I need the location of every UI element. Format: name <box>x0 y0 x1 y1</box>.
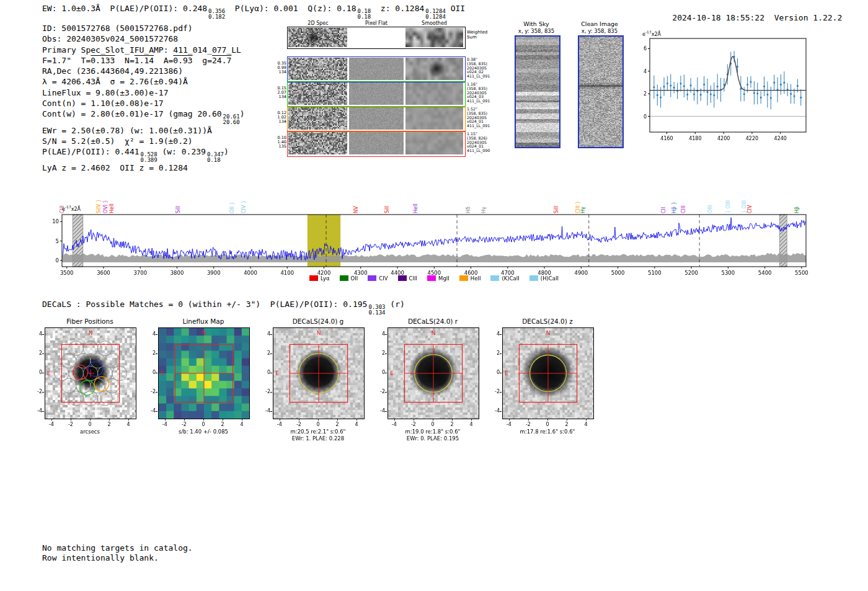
legend-swatch <box>340 275 348 281</box>
segment-text: Obs: 20240305v024_5001572768 <box>42 34 178 43</box>
segment-text: z: 0.1284 <box>371 4 424 13</box>
row-annotation: 1.16"(358, 835)20240305v024_03411_LL_091 <box>467 82 490 104</box>
summary-header-line: EW: 1.0±0.3Å P(LAE)/P(OII): 0.2480.3560.… <box>42 4 465 19</box>
weighted-sum-label: Weighted Sum <box>467 30 487 40</box>
fraction-sub: 20.60 <box>223 120 240 125</box>
stacked-fraction: 0.180.18 <box>358 9 371 19</box>
clean-image-title: Clean Image <box>572 20 627 27</box>
y-tick-mark <box>385 392 387 393</box>
y-tick-label: 4 <box>371 331 385 337</box>
segment-text: OII <box>446 4 465 13</box>
fraction-sub: 0.18 <box>358 14 371 20</box>
x-tick-label: -2 <box>64 422 77 427</box>
y-tick-label: 0 <box>486 370 500 375</box>
ylabel-exp: -17 <box>645 30 652 34</box>
fiber-pixelflat-cutout <box>349 82 404 105</box>
segment-text: S/N = 5.2(±0.5) χ² = 1.9(±0.2) <box>42 136 193 146</box>
panel-caption: arcsecs <box>32 429 148 435</box>
segment-text: ID: 5001572768 (5001572768.pdf) <box>42 24 193 33</box>
y-tick-mark <box>42 353 44 354</box>
fraction-sub: 0.182 <box>208 14 225 20</box>
col-title-2dspec: 2D Spec <box>290 20 346 26</box>
x-tick-mark <box>242 419 242 420</box>
y-tick-label: 4 <box>257 331 270 337</box>
x-tick-label: 4 <box>465 422 477 427</box>
legend-label: CIII <box>409 275 417 282</box>
row-annotation-line: 411_LL_091 <box>467 99 490 104</box>
row-scale-labels: 0.121.02134 <box>273 111 286 125</box>
x-tick-mark <box>356 419 357 420</box>
weighted-smoothed-cutout <box>405 28 463 47</box>
with-sky-coords: x, y: 358, 835 <box>508 28 564 34</box>
y-tick-mark <box>385 334 387 335</box>
full-spectrum-chart <box>37 207 831 277</box>
stacked-fraction: 0.12840.1284 <box>425 9 446 19</box>
footer-line-1: No matching targets in catalog. <box>42 543 193 553</box>
legend-label: MgII <box>438 275 450 282</box>
y-tick-label: -2 <box>371 389 385 394</box>
weighted-sum-line1: Weighted <box>467 30 487 35</box>
row-scale-value: 134 <box>273 120 286 124</box>
stacked-fraction: 0.3030.134 <box>368 304 385 315</box>
y-tick-mark <box>385 353 387 354</box>
legend-swatch <box>368 275 376 281</box>
row-scale-labels: 0.350.99134 <box>273 61 286 75</box>
y-tick-mark <box>42 373 44 373</box>
x-tick-mark <box>165 419 166 420</box>
panel-canvas-decals_r <box>388 327 479 419</box>
y-tick-label: 0 <box>142 370 156 375</box>
x-tick-label: 2 <box>103 422 115 427</box>
y-tick-mark <box>270 373 272 373</box>
spectrum-legend: LyαOIICIVCIIIMgIIHeII(K)CaII(H)CaII <box>62 275 806 282</box>
info-line: λ = 4206.43Å σ = 2.76(±0.94)Å <box>42 76 245 87</box>
segment-text: 24.7 <box>212 56 231 65</box>
row-annotation: 1.15"(358, 826)20240305v024_01411_LL_090 <box>467 132 490 153</box>
legend-item: MgII <box>427 275 450 282</box>
x-tick-label: -2 <box>407 422 420 427</box>
legend-swatch <box>459 275 468 281</box>
x-tick-label: 2 <box>216 422 229 427</box>
panel-caption: m:17.8 re:1.6" s:0.6" <box>490 429 605 435</box>
row-scale-value: 134 <box>273 70 286 74</box>
elixer-report-page: EW: 1.0±0.3Å P(LAE)/P(OII): 0.2480.3560.… <box>0 0 868 591</box>
spacer <box>764 13 774 22</box>
segment-text: g= <box>193 56 212 65</box>
legend-swatch <box>529 275 538 281</box>
panel-caption: m:19.0 re:1.8" s:0.6" <box>375 429 490 435</box>
x-tick-label: -2 <box>178 422 190 427</box>
segment-text: 0.133 <box>91 56 115 65</box>
info-line: S/N = 5.2(±0.5) χ² = 1.9(±0.2) <box>42 136 245 146</box>
info-line: LyA z = 2.4602 OII z = 0.1284 <box>42 162 245 173</box>
y-tick-label: 2 <box>142 350 156 356</box>
x-tick-label: 0 <box>312 422 324 427</box>
y-tick-mark <box>500 353 502 354</box>
segment-text: DECaLS : Possible Matches = 0 (within +/… <box>42 300 367 309</box>
x-tick-mark <box>452 419 453 420</box>
decals-header-line: DECaLS : Possible Matches = 0 (within +/… <box>42 300 405 315</box>
panel-title: DECaLS(24.0) r <box>378 318 487 325</box>
line-fit-chart <box>639 34 818 146</box>
y-tick-label: -4 <box>142 408 156 414</box>
x-tick-label: 0 <box>84 422 96 427</box>
segment-text: (w: 0.239 <box>157 147 206 156</box>
info-line: RA,Dec (236.443604,49.221386) <box>42 66 245 76</box>
x-tick-mark <box>567 419 567 420</box>
x-tick-mark <box>280 419 280 420</box>
x-tick-label: 4 <box>236 422 248 427</box>
y-tick-label: 4 <box>486 331 500 337</box>
y-tick-label: 0 <box>257 370 270 375</box>
legend-label: HeII <box>471 275 481 282</box>
panel-title: Fiber Positions <box>35 318 144 325</box>
fiber-2dspec-cutout <box>288 107 347 130</box>
y-tick-label: -2 <box>142 389 156 394</box>
x-tick-mark <box>109 419 110 420</box>
y-tick-mark <box>42 392 44 393</box>
segment-text: (r) <box>385 300 404 309</box>
col-title-pixelflat: Pixel Flat <box>349 20 404 26</box>
x-tick-mark <box>337 419 338 420</box>
y-tick-mark <box>42 334 44 335</box>
info-line: ID: 5001572768 (5001572768.pdf) <box>42 23 245 33</box>
y-tick-label: -2 <box>29 389 42 394</box>
fraction-sub: 0.18 <box>207 158 224 163</box>
y-tick-mark <box>270 353 272 354</box>
